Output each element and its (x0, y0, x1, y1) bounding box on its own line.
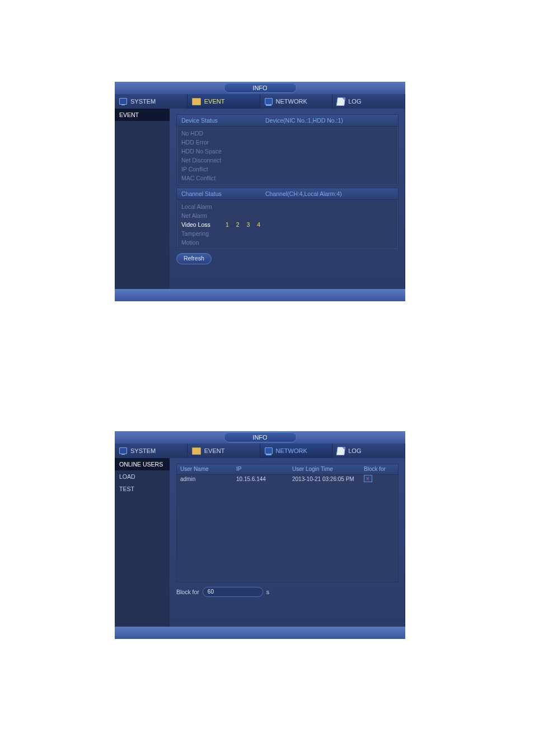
sidebar: ONLINE USERS LOAD TEST (115, 458, 170, 627)
col-username: User Name (180, 464, 236, 474)
status-row: Local Alarm (177, 202, 398, 211)
tab-log[interactable]: LOG (332, 94, 405, 109)
block-for-row: Block for 60 s (176, 587, 399, 597)
block-user-icon[interactable] (364, 475, 372, 482)
tab-label: EVENT (204, 447, 225, 454)
col-block: Block for (364, 464, 395, 474)
tab-label: LOG (348, 98, 361, 105)
table-row[interactable]: admin 10.15.6.144 2013-10-21 03:26:05 PM (177, 475, 398, 484)
sidebar-item-online-users[interactable]: ONLINE USERS (115, 458, 170, 470)
status-row: MAC Conflict (177, 174, 398, 183)
info-window-network: INFO SYSTEM EVENT NETWORK LOG ONLINE USE… (115, 431, 405, 639)
event-icon (192, 98, 201, 105)
tab-network[interactable]: NETWORK (260, 94, 333, 109)
monitor-icon (119, 98, 127, 105)
channel-status-header: Channel Status Channel(CH:4,Local Alarm:… (177, 188, 398, 200)
event-icon (192, 447, 201, 455)
status-row: Motion (177, 238, 398, 247)
cell-login-time: 2013-10-21 03:26:05 PM (292, 475, 364, 484)
tab-label: NETWORK (276, 447, 307, 454)
window-title: INFO (224, 432, 297, 442)
main-content: Device Status Device(NIC No.:1,HDD No.:1… (170, 109, 405, 289)
status-row: No HDD (177, 129, 398, 138)
status-row: HDD Error (177, 138, 398, 147)
top-tabs: SYSTEM EVENT NETWORK LOG (115, 94, 405, 109)
tab-label: LOG (348, 447, 361, 454)
cell-block (364, 475, 395, 484)
top-tabs: SYSTEM EVENT NETWORK LOG (115, 444, 405, 458)
cell-ip: 10.15.6.144 (236, 475, 292, 484)
status-row: Tampering (177, 229, 398, 238)
tab-label: SYSTEM (130, 98, 156, 105)
sidebar-item-load[interactable]: LOAD (115, 470, 170, 483)
tab-label: SYSTEM (130, 447, 156, 454)
channel-numbers: 1 2 3 4 (223, 220, 263, 229)
table-header: User Name IP User Login Time Block for (177, 464, 398, 475)
block-for-label: Block for (176, 589, 199, 595)
block-duration-input[interactable]: 60 (203, 587, 263, 597)
channel-status-card: Channel Status Channel(CH:4,Local Alarm:… (176, 188, 399, 250)
tab-label: EVENT (204, 98, 225, 105)
monitor-icon (119, 447, 127, 454)
tab-event[interactable]: EVENT (188, 94, 260, 109)
header-left: Device Status (181, 115, 265, 126)
sidebar: EVENT (115, 109, 170, 289)
tab-label: NETWORK (276, 98, 307, 105)
device-status-header: Device Status Device(NIC No.:1,HDD No.:1… (177, 115, 398, 127)
tab-system[interactable]: SYSTEM (115, 94, 188, 109)
log-icon (336, 97, 345, 106)
titlebar: INFO (115, 431, 405, 444)
refresh-button[interactable]: Refresh (176, 253, 212, 264)
titlebar: INFO (115, 82, 405, 94)
tab-log[interactable]: LOG (332, 444, 405, 458)
header-right: Device(NIC No.:1,HDD No.:1) (265, 115, 343, 126)
online-users-table: User Name IP User Login Time Block for a… (176, 464, 399, 582)
header-left: Channel Status (181, 188, 265, 199)
footer-bar (115, 627, 405, 639)
network-icon (265, 98, 273, 105)
log-icon (336, 447, 345, 455)
info-window-event: INFO SYSTEM EVENT NETWORK LOG EVENT Devi… (115, 82, 405, 301)
footer-bar (115, 289, 405, 301)
main-content: User Name IP User Login Time Block for a… (170, 458, 405, 627)
block-unit: s (266, 589, 269, 595)
sidebar-item-test[interactable]: TEST (115, 483, 170, 495)
sidebar-item-event[interactable]: EVENT (115, 109, 170, 121)
cell-username: admin (180, 475, 236, 484)
tab-network[interactable]: NETWORK (260, 444, 333, 458)
status-row: Net Disconnect (177, 156, 398, 165)
window-title: INFO (224, 83, 297, 93)
status-row: IP Conflict (177, 165, 398, 174)
status-row: HDD No Space (177, 147, 398, 156)
col-login-time: User Login Time (292, 464, 364, 474)
tab-event[interactable]: EVENT (188, 444, 260, 458)
status-row: Net Alarm (177, 211, 398, 220)
network-icon (265, 447, 273, 454)
device-status-card: Device Status Device(NIC No.:1,HDD No.:1… (176, 114, 399, 185)
header-right: Channel(CH:4,Local Alarm:4) (265, 188, 342, 199)
status-row-video-loss: Video Loss 1 2 3 4 (177, 220, 398, 229)
col-ip: IP (236, 464, 292, 474)
tab-system[interactable]: SYSTEM (115, 444, 188, 458)
